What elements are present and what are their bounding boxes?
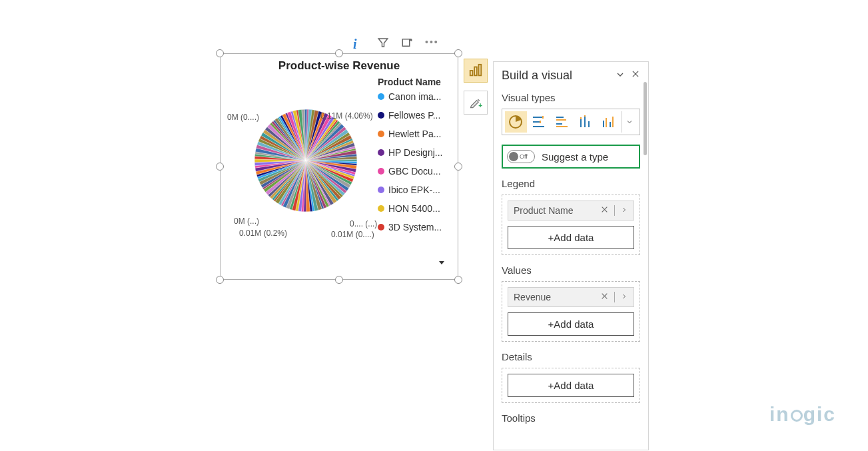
build-visual-panel: Build a visual Visual types	[493, 61, 649, 450]
info-icon[interactable]: i	[353, 37, 365, 49]
resize-handle[interactable]	[216, 163, 224, 171]
visual-types-label: Visual types	[502, 92, 640, 103]
details-section-label: Details	[502, 351, 640, 362]
viz-type-clustered-column[interactable]	[598, 111, 620, 133]
add-data-button[interactable]: +Add data	[508, 374, 634, 397]
legend-item[interactable]: Canon ima...	[378, 91, 451, 102]
legend-dot	[378, 168, 384, 175]
details-field-well[interactable]: +Add data	[502, 368, 640, 403]
pie-label: 0M (0....)	[227, 113, 259, 122]
resize-handle[interactable]	[335, 49, 343, 57]
panel-title: Build a visual	[502, 69, 572, 83]
close-icon[interactable]	[631, 69, 640, 82]
resize-handle[interactable]	[216, 276, 224, 284]
build-visual-tab[interactable]	[464, 59, 488, 83]
legend-field-chip[interactable]: Product Name	[508, 201, 634, 221]
values-field-chip[interactable]: Revenue	[508, 287, 634, 307]
resize-handle[interactable]	[335, 276, 343, 284]
chart-visual-container[interactable]: Product-wise Revenue 0M (0....) 0.11M (4…	[220, 53, 458, 280]
viz-types-more[interactable]	[622, 111, 637, 133]
svg-rect-4	[474, 67, 477, 76]
visual-types-row	[502, 109, 640, 135]
legend-dot	[378, 187, 384, 193]
svg-text:+: +	[478, 102, 482, 109]
legend-item[interactable]: Ibico EPK-...	[378, 185, 451, 195]
legend-item[interactable]: Hewlett Pa...	[378, 129, 451, 139]
resize-handle[interactable]	[216, 49, 224, 57]
legend-label: Canon ima...	[388, 91, 441, 102]
pie-label: 0.01M (0.2%)	[239, 228, 287, 238]
field-name: Revenue	[514, 292, 551, 302]
add-data-button[interactable]: +Add data	[508, 226, 634, 249]
filter-icon[interactable]	[377, 37, 389, 49]
viz-type-stacked-bar[interactable]	[528, 111, 550, 133]
toggle-state: Off	[520, 153, 528, 160]
pie-label: 0.... (...)	[350, 219, 377, 228]
suggest-type-row: Off Suggest a type	[502, 145, 640, 169]
legend-section-label: Legend	[502, 178, 640, 189]
field-menu-icon[interactable]	[620, 205, 628, 216]
legend-dot	[378, 205, 384, 212]
pie-label: 0M (...)	[234, 217, 259, 226]
suggest-type-label: Suggest a type	[542, 151, 608, 163]
legend-label: Fellowes P...	[388, 110, 440, 121]
viz-type-stacked-column[interactable]	[575, 111, 597, 133]
legend-item[interactable]: 3D System...	[378, 222, 451, 232]
legend-label: Hewlett Pa...	[388, 129, 441, 139]
tooltips-section-label: Tooltips	[502, 412, 640, 424]
pie-chart[interactable]	[252, 107, 359, 214]
svg-rect-1	[402, 39, 410, 47]
viz-type-clustered-bar[interactable]	[552, 111, 574, 133]
legend-title: Product Name	[378, 77, 451, 87]
viz-type-pie[interactable]	[505, 111, 527, 133]
svg-rect-5	[479, 65, 482, 76]
visual-header-toolbar: i •••	[353, 37, 437, 49]
more-options-icon[interactable]: •••	[425, 37, 437, 49]
add-data-button[interactable]: +Add data	[508, 312, 634, 336]
values-field-well[interactable]: Revenue +Add data	[502, 281, 640, 342]
svg-rect-3	[470, 71, 473, 75]
chart-legend: Product Name Canon ima...Fellowes P...He…	[378, 77, 451, 240]
watermark: ingic	[769, 403, 836, 426]
legend-field-well[interactable]: Product Name +Add data	[502, 195, 640, 255]
legend-item[interactable]: HP Designj...	[378, 147, 451, 158]
legend-label: 3D System...	[388, 222, 442, 232]
field-menu-icon[interactable]	[620, 292, 628, 302]
legend-more-icon[interactable]	[438, 258, 446, 268]
legend-dot	[378, 93, 384, 100]
legend-dot	[378, 112, 384, 119]
pie-label: 0.11M (4.06%)	[320, 111, 373, 121]
suggest-type-toggle[interactable]: Off	[507, 150, 535, 163]
focus-mode-icon[interactable]	[401, 37, 413, 49]
resize-handle[interactable]	[454, 276, 462, 284]
collapse-icon[interactable]	[615, 69, 626, 82]
resize-handle[interactable]	[454, 163, 462, 171]
resize-handle[interactable]	[454, 49, 462, 57]
panel-tab-buttons: +	[464, 59, 488, 115]
legend-dot	[378, 149, 384, 156]
values-section-label: Values	[502, 264, 640, 276]
remove-field-icon[interactable]	[600, 292, 609, 302]
divider	[614, 205, 615, 216]
field-name: Product Name	[514, 205, 573, 216]
legend-label: GBC Docu...	[388, 166, 441, 177]
divider	[614, 292, 615, 302]
legend-item[interactable]: GBC Docu...	[378, 166, 451, 177]
legend-label: Ibico EPK-...	[388, 185, 440, 195]
pie-label: 0.01M (0....)	[331, 230, 374, 239]
svg-marker-2	[439, 261, 444, 264]
legend-dot	[378, 224, 384, 230]
legend-label: HP Designj...	[388, 147, 442, 158]
legend-item[interactable]: Fellowes P...	[378, 110, 451, 121]
legend-item[interactable]: HON 5400...	[378, 203, 451, 214]
format-visual-tab[interactable]: +	[464, 91, 488, 115]
legend-label: HON 5400...	[388, 203, 440, 214]
panel-header: Build a visual	[502, 69, 640, 83]
legend-dot	[378, 131, 384, 137]
scrollbar[interactable]	[644, 82, 647, 155]
remove-field-icon[interactable]	[600, 205, 609, 216]
svg-marker-0	[378, 39, 388, 47]
